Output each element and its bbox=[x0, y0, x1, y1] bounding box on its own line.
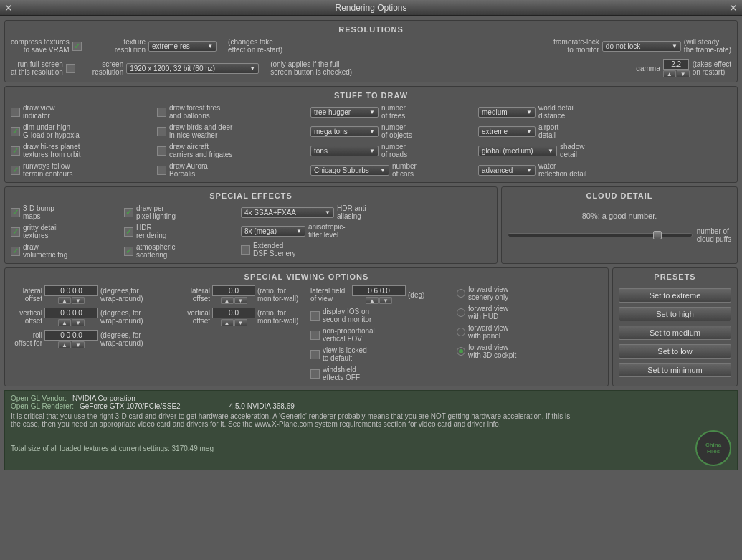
roll-offset-row: rolloffset for 0 0 0.0 ▲ ▼ (degrees, for… bbox=[11, 330, 176, 348]
airport-detail-dropdown[interactable]: extreme▼ bbox=[478, 126, 536, 137]
hdr-rendering-cb[interactable] bbox=[124, 227, 133, 237]
vertical-ratio-down[interactable]: ▼ bbox=[234, 319, 247, 326]
non-proportional-cb[interactable] bbox=[310, 331, 320, 340]
display-ios-cb[interactable] bbox=[310, 311, 320, 321]
lateral-ratio-up[interactable]: ▲ bbox=[221, 297, 234, 304]
run-fullscreen-label: run full-screenat this resolution bbox=[11, 60, 63, 76]
compress-textures-label: compress texturesto save VRAM bbox=[11, 38, 70, 54]
hdr-antialias-label: HDR anti-aliasing bbox=[337, 204, 368, 220]
forward-hud-radio[interactable] bbox=[457, 308, 465, 317]
forward-3d-radio[interactable] bbox=[457, 347, 465, 356]
objects-dropdown[interactable]: mega tons▼ bbox=[310, 126, 379, 137]
volumetric-fog-row: drawvolumetric fog bbox=[11, 243, 118, 259]
vertical-ratio-row: verticaloffset 0.0 ▲ ▼ (ratio, formonito… bbox=[179, 308, 308, 326]
bump-maps-label: 3-D bump-maps bbox=[23, 204, 57, 220]
draw-aurora-cb[interactable] bbox=[157, 166, 166, 175]
aa-dropdown[interactable]: 4x SSAA+FXAA▼ bbox=[241, 207, 334, 218]
close-button-right[interactable]: ✕ bbox=[729, 3, 738, 13]
framerate-lock-label: framerate-lockto monitor bbox=[553, 38, 599, 54]
runways-follow-cb[interactable] bbox=[11, 166, 20, 175]
lateral-offset-down[interactable]: ▼ bbox=[72, 297, 85, 304]
roads-dropdown[interactable]: tons▼ bbox=[310, 146, 379, 156]
screen-resolution-dropdown[interactable]: 1920 x 1200, 32 bit (60 hz) ▼ bbox=[126, 63, 259, 74]
gritty-detail-row: gritty detailtextures bbox=[11, 224, 118, 239]
lateral-fov-down[interactable]: ▼ bbox=[379, 297, 392, 304]
trees-dropdown-row: tree hugger▼ numberof trees bbox=[310, 104, 475, 120]
close-button-left[interactable]: ✕ bbox=[4, 3, 13, 13]
gritty-detail-cb[interactable] bbox=[11, 227, 20, 237]
effects-cloud-row: SPECIAL EFFECTS 3-D bump-maps gritty det… bbox=[4, 186, 738, 264]
draw-birds-cb[interactable] bbox=[157, 127, 166, 136]
draw-view-indicator-cb[interactable] bbox=[11, 108, 20, 117]
bump-maps-cb[interactable] bbox=[11, 208, 20, 217]
run-fullscreen-checkbox[interactable] bbox=[66, 64, 75, 73]
runways-follow-row: runways followterrain contours bbox=[11, 162, 154, 178]
gamma-value[interactable]: 2.2 bbox=[663, 59, 689, 70]
screen-resolution-label: screenresolution bbox=[92, 60, 123, 76]
vertical-offset-down[interactable]: ▼ bbox=[72, 319, 85, 326]
forward-panel-radio[interactable] bbox=[457, 328, 465, 336]
preset-minimum-button[interactable]: Set to minimum bbox=[619, 363, 731, 377]
extended-dsf-label: ExtendedDSF Scenery bbox=[253, 242, 295, 257]
preset-low-button[interactable]: Set to low bbox=[619, 344, 731, 359]
forward-hud-row: forward viewwith HUD bbox=[457, 305, 602, 321]
lateral-offset-row: lateraloffset 0 0 0.0 ▲ ▼ (degrees,forwr… bbox=[11, 285, 176, 304]
roll-offset-up[interactable]: ▲ bbox=[58, 341, 71, 348]
vertical-offset-up[interactable]: ▲ bbox=[58, 319, 71, 326]
changes-take-effect-label: (changes take effect on re-start) bbox=[228, 38, 282, 54]
preset-high-button[interactable]: Set to high bbox=[619, 307, 731, 321]
draw-hi-res-planet-cb[interactable] bbox=[11, 146, 20, 156]
draw-forest-fires-cb[interactable] bbox=[157, 108, 166, 117]
cloud-slider-thumb[interactable] bbox=[653, 231, 662, 239]
draw-aircraft-carriers-cb[interactable] bbox=[157, 146, 166, 156]
bottom-footer: Total size of all loaded textures at cur… bbox=[11, 430, 731, 466]
shadow-detail-label: shadowdetail bbox=[560, 143, 584, 158]
preset-medium-button[interactable]: Set to medium bbox=[619, 326, 731, 340]
texture-resolution-dropdown[interactable]: extreme res ▼ bbox=[148, 41, 217, 52]
compress-textures-checkbox[interactable] bbox=[72, 42, 82, 51]
per-pixel-lighting-cb[interactable] bbox=[124, 208, 133, 217]
lateral-ratio-down[interactable]: ▼ bbox=[234, 297, 247, 304]
vertical-offset-value[interactable]: 0 0 0.0 bbox=[44, 308, 98, 318]
windshield-cb[interactable] bbox=[310, 369, 320, 379]
cars-dropdown[interactable]: Chicago Suburbs▼ bbox=[310, 165, 389, 176]
world-detail-dropdown[interactable]: medium▼ bbox=[478, 107, 536, 118]
vertical-ratio-up[interactable]: ▲ bbox=[221, 319, 234, 326]
framerate-lock-dropdown[interactable]: do not lock ▼ bbox=[602, 41, 681, 52]
view-locked-cb[interactable] bbox=[310, 350, 320, 359]
lateral-fov-up[interactable]: ▲ bbox=[366, 297, 379, 304]
roll-offset-down[interactable]: ▼ bbox=[72, 341, 85, 348]
preset-extreme-button[interactable]: Set to extreme bbox=[619, 288, 731, 303]
forward-scenery-row: forward viewscenery only bbox=[457, 285, 602, 301]
airport-detail-label: airportdetail bbox=[538, 123, 558, 139]
hdr-rendering-label: HDRrendering bbox=[136, 224, 166, 239]
special-effects-title: SPECIAL EFFECTS bbox=[11, 191, 491, 200]
lateral-ratio-value[interactable]: 0.0 bbox=[212, 285, 255, 296]
lateral-offset-up[interactable]: ▲ bbox=[58, 297, 71, 304]
trees-dropdown[interactable]: tree hugger▼ bbox=[310, 107, 379, 118]
aniso-label: anisotropic-filter level bbox=[308, 223, 346, 239]
stuff-to-draw-section: STUFF TO DRAW draw viewindicator dim und… bbox=[4, 86, 738, 183]
draw-birds-row: draw birds and deerin nice weather bbox=[157, 123, 308, 139]
special-viewing-title: SPECIAL VIEWING OPTIONS bbox=[11, 272, 602, 281]
forward-scenery-radio[interactable] bbox=[457, 289, 465, 298]
volumetric-fog-cb[interactable] bbox=[11, 247, 20, 256]
will-steady-label: (will steadythe frame-rate) bbox=[684, 38, 731, 54]
lateral-fov-value[interactable]: 0 6 0.0 bbox=[352, 285, 406, 296]
airport-detail-row: extreme▼ airportdetail bbox=[478, 123, 731, 139]
runways-follow-label: runways followterrain contours bbox=[23, 162, 72, 178]
lateral-offset-value[interactable]: 0 0 0.0 bbox=[44, 285, 98, 296]
draw-view-indicator-row: draw viewindicator bbox=[11, 104, 154, 120]
vertical-ratio-value[interactable]: 0.0 bbox=[212, 308, 255, 318]
aniso-dropdown[interactable]: 8x (mega)▼ bbox=[241, 226, 305, 237]
hdr-rendering-row: HDRrendering bbox=[124, 224, 235, 239]
extended-dsf-cb[interactable] bbox=[241, 245, 250, 255]
atmospheric-scattering-cb[interactable] bbox=[124, 247, 133, 256]
gamma-down[interactable]: ▼ bbox=[677, 70, 690, 77]
water-reflection-dropdown[interactable]: advanced▼ bbox=[478, 165, 536, 176]
roll-offset-value[interactable]: 0 0 0.0 bbox=[44, 330, 98, 341]
total-size-text: Total size of all loaded textures at cur… bbox=[11, 445, 214, 452]
dim-under-high-g-cb[interactable] bbox=[11, 127, 20, 136]
shadow-detail-dropdown[interactable]: global (medium)▼ bbox=[478, 146, 557, 156]
gamma-up[interactable]: ▲ bbox=[663, 70, 676, 77]
